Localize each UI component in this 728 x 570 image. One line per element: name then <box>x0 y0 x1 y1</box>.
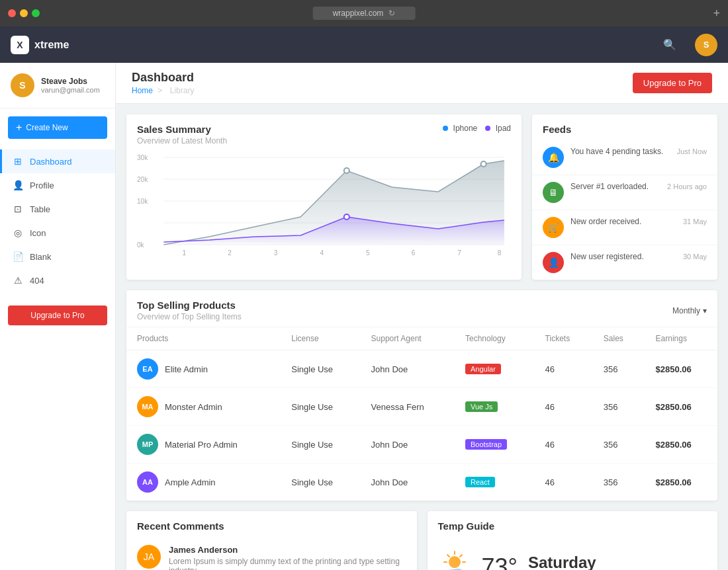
breadcrumb-separator: > <box>158 86 162 95</box>
feed-time-1: Just Now <box>677 147 707 155</box>
svg-point-19 <box>344 168 349 173</box>
feed-item-1: 🔔 You have 4 pending tasks. Just Now <box>532 140 717 175</box>
product-avatar-ea: EA <box>137 358 158 380</box>
sidebar-item-table[interactable]: ⊡ Table <box>0 197 115 221</box>
feed-icon-user: 👤 <box>543 252 564 273</box>
sidebar-item-label: Icon <box>30 228 46 238</box>
col-technology: Technology <box>455 327 535 350</box>
tickets-mp: 46 <box>535 426 593 464</box>
sidebar-item-profile[interactable]: 👤 Profile <box>0 173 115 197</box>
tech-badge-react: React <box>465 477 495 487</box>
svg-text:30k: 30k <box>137 154 148 161</box>
sales-ma: 356 <box>593 388 645 426</box>
sidebar-item-dashboard[interactable]: ⊞ Dashboard <box>0 149 115 173</box>
license-aa: Single Use <box>281 464 360 501</box>
breadcrumb-home[interactable]: Home <box>132 86 153 95</box>
col-tickets: Tickets <box>535 327 593 350</box>
tech-badge-bootstrap: Bootstrap <box>465 439 507 450</box>
product-name-cell: MA Monster Admin <box>126 388 281 426</box>
recent-comments-card: Recent Comments JA James Anderson Lorem … <box>126 511 417 570</box>
products-title-area: Top Selling Products Overview of Top Sel… <box>137 300 242 321</box>
top-content-grid: Sales Summary Overview of Latest Month I… <box>116 104 728 290</box>
feed-time-2: 2 Hours ago <box>667 183 707 190</box>
dot-red <box>8 9 16 17</box>
col-earnings: Earnings <box>645 327 717 350</box>
col-license: License <box>281 327 360 350</box>
product-name-inner: MP Material Pro Admin <box>137 434 270 455</box>
agent-ea: John Doe <box>361 350 455 388</box>
chart-header: Sales Summary Overview of Latest Month I… <box>126 114 522 145</box>
user-name: Steave Jobs <box>41 77 100 86</box>
svg-line-27 <box>447 555 449 557</box>
feed-row-1: You have 4 pending tasks. Just Now <box>570 147 707 156</box>
refresh-icon[interactable]: ↻ <box>388 9 395 18</box>
blank-icon: 📄 <box>13 251 23 262</box>
dot-green <box>32 9 40 17</box>
tech-ea: Angular <box>455 350 535 388</box>
tickets-ea: 46 <box>535 350 593 388</box>
top-navbar: X xtreme 🔍 S <box>0 26 728 63</box>
col-support-agent: Support Agent <box>361 327 455 350</box>
svg-point-21 <box>344 214 349 220</box>
table-row: AA Ample Admin Single Use John Doe React… <box>126 464 717 501</box>
sidebar-item-blank[interactable]: 📄 Blank <box>0 245 115 268</box>
temp-main: 73° Saturday Ahmedabad, India <box>428 537 718 570</box>
address-bar[interactable]: wrappixel.com ↻ <box>313 7 416 20</box>
product-name-cell: AA Ample Admin <box>126 464 281 501</box>
sidebar-item-label: Profile <box>30 181 54 190</box>
logo-area: X xtreme <box>11 36 69 54</box>
error-icon: ⚠ <box>13 275 23 286</box>
license-ea: Single Use <box>281 350 360 388</box>
create-new-button[interactable]: + Create New <box>8 116 107 139</box>
feed-content-3: New order received. 31 May <box>570 217 707 226</box>
temperature-value: 73° <box>482 553 518 571</box>
weather-icon <box>438 548 471 570</box>
earnings-mp: $2850.06 <box>645 426 717 464</box>
products-table-head: Products License Support Agent Technolog… <box>126 327 717 350</box>
product-name-ea: Elite Admin <box>165 364 208 374</box>
avatar-nav[interactable]: S <box>695 34 717 56</box>
sales-summary-card: Sales Summary Overview of Latest Month I… <box>126 114 522 280</box>
tickets-aa: 46 <box>535 464 593 501</box>
svg-text:5: 5 <box>366 249 370 257</box>
earnings-ma: $2850.06 <box>645 388 717 426</box>
temp-info: Saturday Ahmedabad, India <box>528 553 596 571</box>
sidebar-item-icon[interactable]: ◎ Icon <box>0 221 115 245</box>
upgrade-to-pro-sidebar-button[interactable]: Upgrade to Pro <box>8 305 107 325</box>
svg-point-22 <box>449 556 461 568</box>
tech-ma: Vue Js <box>455 388 535 426</box>
page-title: Dashboard <box>132 71 197 85</box>
temp-value-area: 73° <box>482 553 518 571</box>
sales-ea: 356 <box>593 350 645 388</box>
chevron-down-icon: ▾ <box>703 306 707 315</box>
user-avatar: S <box>11 73 34 97</box>
feed-content-1: You have 4 pending tasks. Just Now <box>570 147 707 156</box>
sidebar-item-label: 404 <box>30 276 44 286</box>
feed-content-4: New user registered. 30 May <box>570 252 707 261</box>
period-select[interactable]: Monthly ▾ <box>672 306 707 315</box>
sidebar-item-404[interactable]: ⚠ 404 <box>0 268 115 292</box>
products-subtitle: Overview of Top Selling Items <box>137 312 242 321</box>
table-row: MA Monster Admin Single Use Venessa Fern… <box>126 388 717 426</box>
feed-icon-bell: 🔔 <box>543 147 564 168</box>
product-name-inner: MA Monster Admin <box>137 396 270 417</box>
comment-item-1: JA James Anderson Lorem Ipsum is simply … <box>126 537 417 570</box>
svg-line-28 <box>460 555 462 557</box>
feed-item-3: 🛒 New order received. 31 May <box>532 210 717 245</box>
table-row: MP Material Pro Admin Single Use John Do… <box>126 426 717 464</box>
upgrade-to-pro-header-button[interactable]: Upgrade to Pro <box>633 73 712 93</box>
dashboard-icon: ⊞ <box>13 156 23 167</box>
search-icon[interactable]: 🔍 <box>663 38 676 51</box>
feed-icon-server: 🖥 <box>543 182 564 203</box>
chart-title: Sales Summary <box>137 124 227 135</box>
agent-ma: Venessa Fern <box>361 388 455 426</box>
plus-icon: + <box>16 122 22 134</box>
earnings-ea: $2850.06 <box>645 350 717 388</box>
product-name-aa: Ample Admin <box>165 477 216 487</box>
feed-time-4: 30 May <box>683 253 707 261</box>
sales-mp: 356 <box>593 426 645 464</box>
feed-content-2: Server #1 overloaded. 2 Hours ago <box>570 182 707 191</box>
product-name-cell: MP Material Pro Admin <box>126 426 281 464</box>
new-tab-button[interactable]: + <box>713 7 720 20</box>
table-icon: ⊡ <box>13 204 23 214</box>
